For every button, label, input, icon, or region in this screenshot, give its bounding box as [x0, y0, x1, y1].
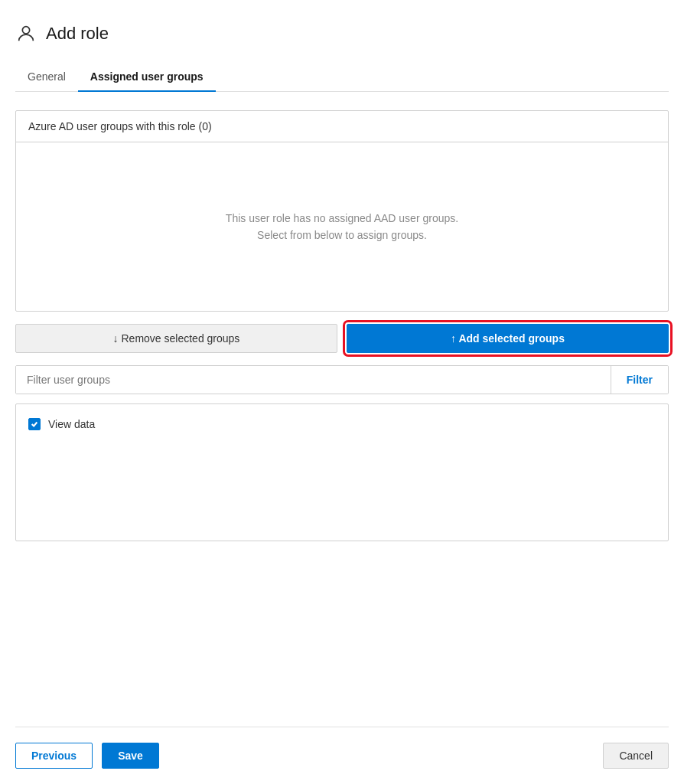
view-data-checkbox[interactable]: [28, 418, 41, 430]
view-data-checkbox-wrapper[interactable]: [28, 418, 41, 430]
filter-input[interactable]: [16, 366, 611, 394]
main-content: Azure AD user groups with this role (0) …: [15, 110, 669, 727]
page-header: Add role: [15, 23, 669, 44]
empty-line2: Select from below to assign groups.: [226, 227, 458, 243]
cancel-button[interactable]: Cancel: [603, 743, 669, 769]
empty-line1: This user role has no assigned AAD user …: [226, 210, 458, 227]
previous-button[interactable]: Previous: [15, 743, 93, 769]
page-title: Add role: [46, 24, 109, 44]
assigned-groups-body: This user role has no assigned AAD user …: [16, 142, 668, 311]
filter-button[interactable]: Filter: [611, 366, 668, 394]
action-bar: ↓ Remove selected groups ↑ Add selected …: [15, 324, 669, 353]
tab-general[interactable]: General: [15, 63, 78, 92]
filter-row: Filter: [15, 365, 669, 394]
page-container: Add role General Assigned user groups Az…: [0, 0, 684, 784]
person-icon: [15, 23, 37, 44]
tab-bar: General Assigned user groups: [15, 63, 669, 92]
empty-state: This user role has no assigned AAD user …: [226, 210, 458, 244]
list-item: View data: [28, 413, 656, 435]
svg-point-0: [22, 27, 29, 34]
assigned-groups-box: Azure AD user groups with this role (0) …: [15, 110, 669, 312]
remove-selected-groups-button[interactable]: ↓ Remove selected groups: [15, 324, 337, 353]
footer: Previous Save Cancel: [15, 727, 669, 769]
assigned-groups-header: Azure AD user groups with this role (0): [16, 111, 668, 142]
tab-assigned-user-groups[interactable]: Assigned user groups: [78, 63, 216, 92]
view-data-label: View data: [48, 418, 95, 430]
add-selected-groups-button[interactable]: ↑ Add selected groups: [347, 324, 669, 353]
group-list: View data: [15, 403, 669, 541]
save-button[interactable]: Save: [102, 743, 159, 769]
footer-left: Previous Save: [15, 743, 159, 769]
